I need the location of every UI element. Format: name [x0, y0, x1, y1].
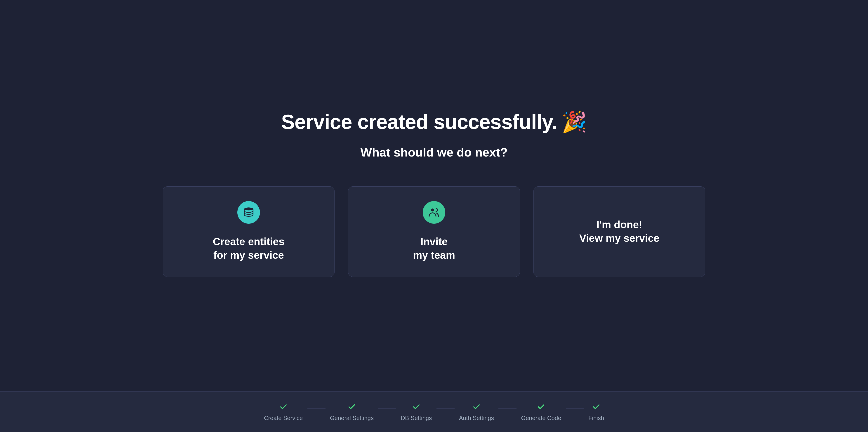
step-finish: Finish: [588, 402, 604, 422]
stepper-inner: Create Service General Settings DB Setti…: [264, 402, 604, 422]
main-content: Service created successfully. 🎉 What sho…: [0, 0, 868, 432]
step-check-general-settings: [347, 402, 357, 412]
create-entities-label: Create entities for my service: [213, 235, 284, 262]
step-label-generate-code: Generate Code: [521, 414, 561, 422]
step-connector-5: [566, 408, 584, 409]
step-connector-2: [378, 408, 396, 409]
step-check-generate-code: [536, 402, 546, 412]
page-subtitle: What should we do next?: [361, 145, 508, 159]
view-service-label: I'm done! View my service: [579, 218, 659, 245]
step-create-service: Create Service: [264, 402, 303, 422]
invite-team-card[interactable]: Invite my team: [348, 186, 520, 277]
step-check-create-service: [278, 402, 288, 412]
step-label-db-settings: DB Settings: [401, 414, 432, 422]
page-title: Service created successfully.: [281, 110, 557, 134]
invite-team-label: Invite my team: [413, 235, 455, 262]
step-db-settings: DB Settings: [401, 402, 432, 422]
step-check-db-settings: [411, 402, 421, 412]
database-icon: [243, 206, 254, 218]
users-icon: [428, 206, 440, 218]
celebration-emoji: 🎉: [561, 110, 587, 134]
view-service-card[interactable]: I'm done! View my service: [533, 186, 705, 277]
step-connector-3: [436, 408, 455, 409]
svg-point-0: [244, 207, 253, 210]
step-connector-1: [307, 408, 326, 409]
step-auth-settings: Auth Settings: [459, 402, 494, 422]
svg-point-1: [431, 208, 434, 211]
step-label-create-service: Create Service: [264, 414, 303, 422]
create-entities-card[interactable]: Create entities for my service: [163, 186, 335, 277]
step-connector-4: [498, 408, 517, 409]
step-generate-code: Generate Code: [521, 402, 561, 422]
step-check-auth-settings: [471, 402, 482, 412]
title-row: Service created successfully. 🎉: [281, 110, 587, 134]
stepper-bar: Create Service General Settings DB Setti…: [0, 391, 868, 432]
step-check-finish: [591, 402, 601, 412]
step-label-general-settings: General Settings: [330, 414, 374, 422]
users-icon-circle: [423, 201, 445, 224]
step-label-finish: Finish: [588, 414, 604, 422]
cards-container: Create entities for my service Invite my…: [163, 186, 705, 277]
database-icon-circle: [237, 201, 260, 224]
step-label-auth-settings: Auth Settings: [459, 414, 494, 422]
step-general-settings: General Settings: [330, 402, 374, 422]
